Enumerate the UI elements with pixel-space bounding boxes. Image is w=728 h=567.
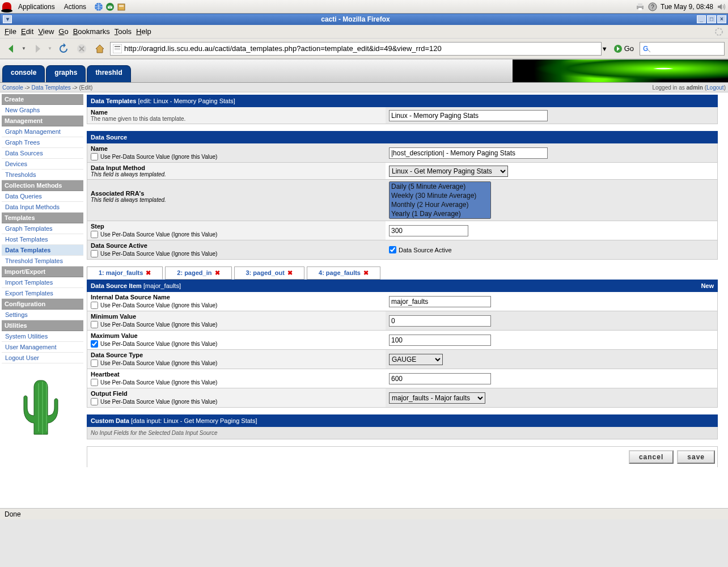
dsi-min-input[interactable] [389,315,491,327]
email-icon[interactable] [105,2,115,11]
menu-go[interactable]: Go [58,27,68,36]
office-icon[interactable] [117,2,126,11]
ds-step-input[interactable] [389,225,468,236]
ds-rra-select[interactable]: Daily (5 Minute Average) Weekly (30 Minu… [389,181,491,219]
sidebar-item-export-templates[interactable]: Export Templates [2,288,83,299]
ds-item-tab-page_faults[interactable]: 4: page_faults ✖ [307,266,380,280]
dsi-max-input[interactable] [389,335,491,346]
volume-icon[interactable] [717,2,726,11]
sidebar-item-graph-templates[interactable]: Graph Templates [2,223,83,234]
ds-item-tab-paged_out[interactable]: 3: paged_out ✖ [234,266,305,280]
help-tray-icon[interactable]: ? [648,2,657,11]
dsi-dst-select[interactable]: GAUGE [389,354,443,365]
sidebar-header-configuration: Configuration [2,299,83,310]
sidebar-item-user-management[interactable]: User Management [2,342,83,353]
ds-rra-label: Associated RRA's [91,190,382,197]
panel-data-source-header: Data Source [87,131,718,143]
dsi-min-perdata[interactable] [91,321,98,328]
ds-step-perdata[interactable] [91,231,98,238]
save-button[interactable]: save [677,450,715,464]
menu-file[interactable]: File [5,27,16,36]
sidebar-item-data-sources[interactable]: Data Sources [2,148,83,159]
ds-name-input[interactable] [389,147,548,159]
redhat-icon [2,2,11,11]
url-history-dropdown[interactable]: ▼ [602,45,608,52]
sidebar-item-data-templates[interactable]: Data Templates [2,245,83,256]
breadcrumb-data-templates[interactable]: Data Templates [31,84,70,91]
dsi-of-perdata[interactable] [91,398,98,405]
custom-data-note: No Input Fields for the Selected Data In… [87,427,718,439]
menu-view[interactable]: View [38,27,54,36]
menu-bookmarks[interactable]: Bookmarks [73,27,110,36]
ds-active-label: Data Source Active [91,242,382,249]
ds-name-perdata[interactable] [91,153,98,160]
tab-console[interactable]: console [2,65,45,82]
sidebar-item-settings[interactable]: Settings [2,310,83,320]
ds-item-tab-paged_in[interactable]: 2: paged_in ✖ [165,266,231,280]
menu-help[interactable]: Help [136,27,151,36]
dsi-of-select[interactable]: major_faults - Major faults [389,392,485,404]
ds-active-perdata[interactable] [91,250,98,257]
cancel-button[interactable]: cancel [629,450,674,464]
url-bar[interactable]: http://oragrid.lis.scu.edu.au/cacti/data… [110,42,602,56]
svg-rect-13 [115,46,120,47]
close-icon[interactable]: ✖ [146,269,151,276]
clock[interactable]: Tue May 9, 08:48 [661,3,713,11]
sidebar-item-host-templates[interactable]: Host Templates [2,234,83,245]
close-button[interactable]: × [717,15,726,23]
logout-link[interactable]: Logout [706,84,724,91]
sidebar-item-graph-trees[interactable]: Graph Trees [2,137,83,148]
svg-rect-7 [638,8,642,10]
sidebar-item-logout-user[interactable]: Logout User [2,353,83,363]
close-icon[interactable]: ✖ [363,269,369,276]
dsi-dst-perdata[interactable] [91,359,98,367]
home-button[interactable] [92,41,108,57]
sidebar-item-graph-management[interactable]: Graph Management [2,126,83,137]
reload-button[interactable] [56,41,71,57]
tab-threshld[interactable]: threshld [87,65,130,82]
panel-ds-item-header: Data Source Item [major_faults] New [87,280,718,292]
breadcrumb-console[interactable]: Console [2,84,23,91]
sidebar-item-import-templates[interactable]: Import Templates [2,277,83,288]
sidebar-item-threshold-templates[interactable]: Threshold Templates [2,256,83,266]
sidebar-item-new-graphs[interactable]: New Graphs [2,105,83,116]
go-button[interactable]: Go [610,44,637,53]
applications-menu[interactable]: Applications [14,3,60,11]
ds-item-new-link[interactable]: New [701,282,714,289]
sidebar-item-data-input-methods[interactable]: Data Input Methods [2,202,83,213]
dsi-hb-perdata[interactable] [91,379,98,386]
dsi-idsn-perdata[interactable] [91,302,98,309]
dsi-idsn-input[interactable] [389,296,491,307]
sidebar-item-system-utilities[interactable]: System Utilities [2,331,83,342]
breadcrumb: Console -> Data Templates -> (Edit) Logg… [0,82,728,92]
sidebar-item-data-queries[interactable]: Data Queries [2,191,83,202]
firefox-statusbar: Done [0,508,728,519]
close-icon[interactable]: ✖ [287,269,293,276]
maximize-button[interactable]: □ [707,15,716,23]
window-titlebar: ▾ cacti - Mozilla Firefox _ □ × [0,14,728,25]
svg-rect-15 [115,49,120,50]
back-dropdown[interactable]: ▼ [22,46,27,51]
printer-icon[interactable] [636,2,645,11]
dsi-max-perdata[interactable] [91,340,98,348]
ds-active-checkbox[interactable] [389,246,396,253]
back-button[interactable] [3,41,19,57]
svg-rect-2 [118,4,125,10]
search-bar[interactable]: G [640,42,725,56]
menu-tools[interactable]: Tools [115,27,132,36]
ds-item-tab-major_faults[interactable]: 1: major_faults ✖ [87,266,163,280]
browser-icon[interactable] [94,2,103,11]
tab-graphs[interactable]: graphs [46,65,86,82]
actions-menu[interactable]: Actions [60,3,91,11]
forward-dropdown: ▼ [48,46,53,51]
dt-name-input[interactable] [389,110,548,121]
close-icon[interactable]: ✖ [215,269,220,276]
minimize-button[interactable]: _ [697,15,706,23]
sidebar-item-devices[interactable]: Devices [2,159,83,170]
window-menu-icon[interactable]: ▾ [3,15,12,23]
dsi-hb-input[interactable] [389,373,491,384]
ds-dim-select[interactable]: Linux - Get Memory Paging Stats [389,166,508,177]
sidebar-item-thresholds[interactable]: Thresholds [2,170,83,180]
dt-name-desc: The name given to this data template. [91,116,382,122]
menu-edit[interactable]: Edit [21,27,33,36]
